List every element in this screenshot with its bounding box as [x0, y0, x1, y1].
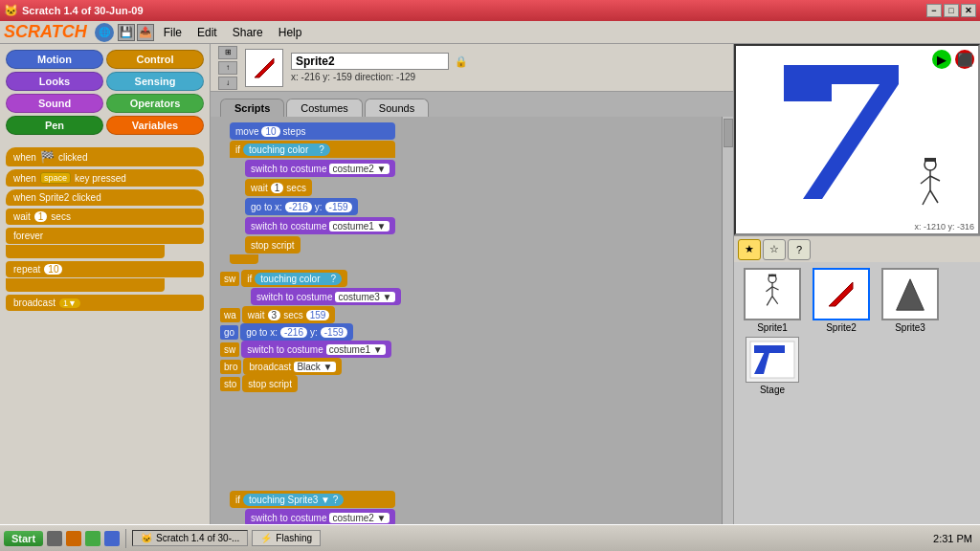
canvas-switch-costume1[interactable]: switch to costume costume1 ▼: [245, 217, 395, 234]
block-wait[interactable]: wait 1 secs: [6, 209, 204, 225]
left-panel: Motion Control Looks Sensing Sound Opera…: [0, 44, 211, 524]
canvas-switch-costume3[interactable]: switch to costume costume3 ▼: [251, 288, 401, 305]
view-expand-btn[interactable]: ⊞: [218, 46, 237, 59]
taskbar-flashing-btn[interactable]: ⚡ Flashing: [252, 530, 321, 546]
tab-scripts[interactable]: Scripts: [220, 99, 284, 117]
taskbar-scratch-btn[interactable]: 🐱 Scratch 1.4 of 30-...: [132, 530, 248, 546]
menu-help[interactable]: Help: [271, 24, 310, 41]
svg-marker-0: [255, 58, 274, 77]
category-looks[interactable]: Looks: [6, 72, 103, 91]
stop-button[interactable]: ⬛: [955, 50, 974, 69]
start-button[interactable]: Start: [4, 531, 43, 546]
tab-sounds[interactable]: Sounds: [365, 99, 429, 117]
flashing-icon: ⚡: [260, 533, 272, 543]
canvas-if3[interactable]: if touching Sprite3 ▼ ?: [230, 491, 395, 508]
costume2b-dropdown[interactable]: costume2 ▼: [329, 513, 389, 523]
scratch-logo: SCRATCH: [4, 22, 87, 42]
repeat-label: repeat: [13, 264, 40, 275]
close-button[interactable]: ✕: [961, 4, 976, 17]
green-flag-icon: 🏁: [40, 150, 55, 164]
window-controls: − □ ✕: [926, 4, 976, 17]
svg-marker-18: [829, 282, 853, 306]
block-stack-2: sw if touching color ? switch to costume…: [220, 270, 401, 392]
sprite-item-sprite1[interactable]: Sprite1: [740, 268, 805, 333]
touching-sprite3: touching Sprite3 ▼ ?: [243, 494, 344, 506]
costume1-dropdown[interactable]: costume1 ▼: [329, 221, 389, 231]
tab-costumes[interactable]: Costumes: [286, 99, 363, 117]
menu-file[interactable]: File: [156, 24, 189, 41]
canvas-block-sw-costume3: switch to costume costume3 ▼: [251, 287, 401, 306]
category-sound[interactable]: Sound: [6, 94, 103, 113]
minimize-button[interactable]: −: [926, 4, 942, 17]
block-repeat[interactable]: repeat 10: [6, 261, 204, 277]
tool-star-filled[interactable]: ★: [738, 239, 761, 260]
broadcast-black[interactable]: Black ▼: [294, 362, 335, 372]
block-when-flag[interactable]: when 🏁 clicked: [6, 147, 204, 166]
costume3-dropdown[interactable]: costume3 ▼: [335, 292, 394, 302]
canvas-stop-1[interactable]: stop script: [245, 236, 301, 253]
canvas-wait-row: wa wait 3 secs 159: [220, 306, 401, 323]
sprite-item-stage[interactable]: Stage: [740, 337, 805, 395]
globe-icon[interactable]: 🌐: [95, 23, 114, 42]
category-sensing[interactable]: Sensing: [106, 72, 204, 91]
sprite-label-3: Sprite3: [895, 322, 925, 333]
canvas-if-body-2: wait 1 secs: [245, 178, 395, 197]
main-area: Motion Control Looks Sensing Sound Opera…: [0, 44, 980, 524]
canvas-move-block[interactable]: move 10 steps: [230, 122, 395, 140]
sprite-item-sprite3[interactable]: Sprite3: [878, 268, 943, 333]
canvas-goto2[interactable]: go to x: -216 y: -159: [240, 323, 353, 341]
canvas-switch-costume2[interactable]: switch to costume costume2 ▼: [245, 160, 395, 177]
category-operators[interactable]: Operators: [106, 94, 204, 113]
svg-line-17: [772, 297, 778, 304]
broadcast-val: 1▼: [59, 298, 80, 308]
sprite-item-sprite2[interactable]: Sprite2: [809, 268, 874, 333]
menu-edit[interactable]: Edit: [189, 24, 225, 41]
key-pressed-label: key pressed: [75, 173, 126, 184]
view-up-btn[interactable]: ↑: [218, 61, 237, 75]
category-variables[interactable]: Variables: [106, 116, 204, 135]
share-icon[interactable]: 📤: [137, 24, 154, 41]
tool-star-empty[interactable]: ☆: [763, 239, 786, 260]
canvas-wait-3[interactable]: wait 3 secs 159: [242, 306, 336, 323]
scroll-bar[interactable]: [722, 117, 733, 524]
wa-label: wa: [220, 308, 240, 322]
move-val: 10: [261, 126, 279, 137]
block-when-key[interactable]: when space key pressed: [6, 169, 204, 187]
green-flag-button[interactable]: ▶: [932, 50, 951, 69]
block-when-sprite[interactable]: when Sprite2 clicked: [6, 189, 204, 206]
canvas-switch-costume2b[interactable]: switch to costume costume2 ▼: [245, 509, 395, 524]
maximize-button[interactable]: □: [944, 4, 959, 17]
category-motion[interactable]: Motion: [6, 50, 103, 69]
category-pen[interactable]: Pen: [6, 116, 103, 135]
scroll-thumb[interactable]: [724, 119, 733, 147]
script-canvas[interactable]: move 10 steps if touching color ? switch…: [211, 117, 733, 524]
block-stack-1: move 10 steps if touching color ? switch…: [230, 121, 395, 264]
block-stack-3: if touching Sprite3 ▼ ? switch to costum…: [230, 490, 395, 524]
stage-canvas[interactable]: [736, 46, 978, 233]
block-broadcast[interactable]: broadcast 1▼: [6, 295, 204, 311]
touching-color2: touching color ?: [255, 273, 342, 285]
sprite3-svg: [893, 276, 927, 314]
tool-question[interactable]: ?: [788, 239, 811, 260]
center-panel: ⊞ ↑ ↓ 🔒 x: -216 y: -159 direction: -129 …: [211, 44, 733, 524]
costume2-dropdown[interactable]: costume2 ▼: [329, 164, 389, 174]
if-end-1: [230, 254, 258, 264]
block-forever[interactable]: forever: [6, 228, 204, 244]
menu-share[interactable]: Share: [225, 24, 271, 41]
svg-line-8: [930, 176, 940, 181]
sw2-costume1-dropdown[interactable]: costume1 ▼: [326, 344, 386, 355]
canvas-wait-1[interactable]: wait 1 secs: [245, 179, 312, 196]
canvas-stop2[interactable]: stop script: [242, 375, 298, 392]
view-down-btn[interactable]: ↓: [218, 77, 237, 90]
canvas-if2[interactable]: if touching color ?: [241, 270, 347, 287]
canvas-if-block[interactable]: if touching color ?: [230, 141, 395, 158]
category-control[interactable]: Control: [106, 50, 204, 69]
save-icon[interactable]: 💾: [118, 24, 135, 41]
stage-coords: x: -1210 y: -316: [914, 222, 974, 231]
canvas-broadcast[interactable]: broadcast Black ▼: [243, 358, 341, 375]
canvas-goto[interactable]: go to x: -216 y: -159: [245, 198, 358, 215]
goto-y: -159: [325, 202, 352, 212]
canvas-sw2-costume1[interactable]: switch to costume costume1 ▼: [241, 341, 391, 358]
sprite-name-input[interactable]: [291, 53, 449, 70]
svg-rect-3: [784, 84, 832, 101]
